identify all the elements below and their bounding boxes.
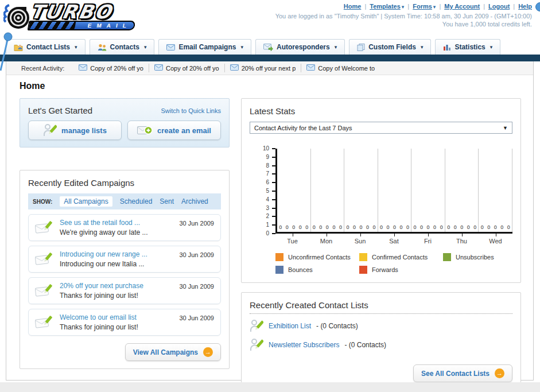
filter-all-campaigns[interactable]: All Campaigns — [60, 196, 112, 207]
campaign-text: 20% off your next purchaseThanks for joi… — [60, 282, 173, 300]
recently-edited-campaigns-panel: Recently Edited Campaigns SHOW: All Camp… — [20, 170, 230, 369]
view-all-campaigns-button[interactable]: View All Campaigns → — [125, 343, 221, 361]
value-label: 0 — [299, 224, 302, 230]
nav-link-forms[interactable]: Forms — [413, 3, 432, 10]
turbo-email-logo[interactable]: TURBO EMAIL — [3, 2, 147, 36]
nav-link-templates[interactable]: Templates — [370, 3, 401, 10]
person-pencil-icon — [250, 338, 263, 352]
contact-list-link[interactable]: Newsletter Subscribers — [269, 341, 339, 349]
value-labels: 00000 — [479, 224, 512, 230]
contact-list-link[interactable]: Exhibition List — [269, 322, 311, 330]
recent-contact-lists-panel: Recently Created Contact Lists Exhibitio… — [241, 292, 521, 391]
credits-status-text: You have 1,000 total credits left. — [442, 21, 532, 28]
envelope-pencil-icon — [35, 252, 53, 267]
campaign-title-link[interactable]: Introducing our new range ... — [60, 250, 173, 258]
y-tick-mark — [272, 208, 275, 209]
button-label: create an email — [157, 126, 211, 135]
get-started-title: Let's Get Started — [28, 106, 92, 115]
stats-period-value: Contact Activity for the Last 7 Days — [254, 125, 352, 131]
recent-activity-item[interactable]: Copy of 20% off yo — [149, 64, 225, 72]
campaign-row[interactable]: 20% off your next purchaseThanks for joi… — [28, 277, 221, 304]
value-label: 0 — [359, 224, 362, 230]
envelope-pencil-icon — [35, 220, 53, 235]
chart-day-group: 00000 — [344, 149, 378, 232]
header: TURBO EMAIL Home|Templates▾|Forms▾|My Ac… — [0, 0, 540, 38]
y-tick-mark — [272, 173, 275, 174]
value-label: 0 — [447, 224, 450, 230]
recent-activity-item[interactable]: Copy of 20% off yo — [73, 64, 149, 72]
logo-subtitle: EMAIL — [28, 21, 136, 30]
tab-label: Contact Lists — [26, 43, 70, 51]
campaign-title-link[interactable]: 20% off your next purchase — [60, 282, 173, 290]
right-column: Latest Stats Contact Activity for the La… — [241, 98, 521, 391]
footer-strip — [0, 382, 540, 392]
get-started-panel: Let's Get Started Switch to Quick Links … — [20, 98, 230, 148]
nav-link-my-account[interactable]: My Account — [444, 3, 480, 10]
contact-list-row[interactable]: Newsletter Subscribers- (0 Contacts) — [250, 338, 512, 352]
edge-dot-decoration — [535, 2, 540, 11]
envelope-icon — [166, 44, 175, 51]
legend-label: Unsubscribes — [456, 254, 494, 261]
value-label: 0 — [460, 224, 463, 230]
legend-item: Bounces — [275, 266, 359, 274]
recent-activity-item[interactable]: Copy of Welcome to — [301, 64, 380, 72]
create-an-email-button[interactable]: create an email — [127, 121, 221, 140]
y-tick-mark — [272, 224, 275, 226]
value-label: 0 — [420, 224, 423, 230]
filter-scheduled[interactable]: Scheduled — [120, 197, 153, 205]
tab-label: Email Campaigns — [178, 43, 236, 51]
campaign-title-link[interactable]: See us at the retail food ... — [60, 219, 173, 227]
chevron-down-icon: ▾ — [421, 44, 424, 50]
turbo-flame-icon — [3, 3, 30, 32]
tab-autoresponders[interactable]: Autoresponders▾ — [255, 39, 345, 55]
tab-label: Autoresponders — [277, 43, 330, 51]
get-started-buttons: manage listscreate an email — [28, 121, 221, 140]
see-all-contact-lists-label: See All Contact Lists — [421, 370, 490, 378]
see-all-contact-lists-button[interactable]: See All Contact Lists → — [413, 364, 512, 382]
campaign-subtitle: Thanks for joining our list! — [60, 292, 173, 300]
y-tick-label: 6 — [266, 179, 269, 185]
nav-link-home[interactable]: Home — [344, 3, 362, 10]
filter-sent[interactable]: Sent — [160, 197, 174, 205]
value-label: 0 — [366, 224, 369, 230]
nav-link-help[interactable]: Help — [518, 3, 532, 10]
campaign-row[interactable]: See us at the retail food ...We're givin… — [28, 214, 221, 241]
campaign-title-link[interactable]: Welcome to our email list — [60, 313, 173, 321]
value-label: 0 — [286, 224, 289, 230]
legend-swatch — [275, 253, 283, 261]
y-tick-label: 10 — [263, 145, 269, 152]
value-label: 0 — [380, 224, 383, 230]
logo-title: TURBO — [29, 2, 139, 22]
tab-email-campaigns[interactable]: Email Campaigns▾ — [158, 39, 251, 55]
tab-statistics[interactable]: Statistics▾ — [435, 39, 500, 55]
campaign-row[interactable]: Introducing our new range ...Introducing… — [28, 246, 221, 273]
campaign-row[interactable]: Welcome to our email listThanks for join… — [28, 309, 221, 336]
x-tick-label: Thu — [445, 234, 479, 244]
envelope-arrow-icon — [263, 44, 273, 51]
chart-day-group: 00000 — [411, 149, 445, 232]
nav-link-logout[interactable]: Logout — [488, 3, 510, 10]
stats-period-select[interactable]: Contact Activity for the Last 7 Days ▼ — [250, 122, 512, 134]
filter-archived[interactable]: Archived — [181, 197, 208, 205]
x-tick-label: Fri — [411, 234, 445, 244]
value-label: 0 — [326, 224, 329, 230]
nav-separator: | — [513, 3, 515, 10]
contact-list-count: - (0 Contacts) — [316, 322, 358, 330]
campaign-filter-bar: SHOW: All CampaignsScheduledSentArchived — [28, 193, 221, 209]
recent-activity-item[interactable]: 20% off your next p — [225, 64, 302, 72]
value-label: 0 — [414, 224, 417, 230]
switch-quick-links-link[interactable]: Switch to Quick Links — [161, 107, 221, 114]
contact-list-row[interactable]: Exhibition List- (0 Contacts) — [250, 319, 512, 333]
campaign-subtitle: Introducing our new Italia ... — [60, 260, 173, 268]
nav-separator: | — [364, 3, 366, 10]
envelope-icon — [79, 64, 87, 72]
tab-contacts[interactable]: Contacts▾ — [90, 39, 155, 55]
manage-lists-button[interactable]: manage lists — [28, 121, 122, 140]
y-tick-label: 2 — [266, 213, 269, 219]
value-label: 0 — [353, 224, 356, 230]
tab-contact-lists[interactable]: Contact Lists▾ — [6, 39, 86, 55]
tab-custom-fields[interactable]: Custom Fields▾ — [349, 39, 431, 55]
chart-x-axis: TueMonSunSatFriThuWed — [275, 234, 512, 244]
orange-arrow-icon: → — [495, 368, 504, 378]
y-tick-mark — [272, 148, 275, 149]
